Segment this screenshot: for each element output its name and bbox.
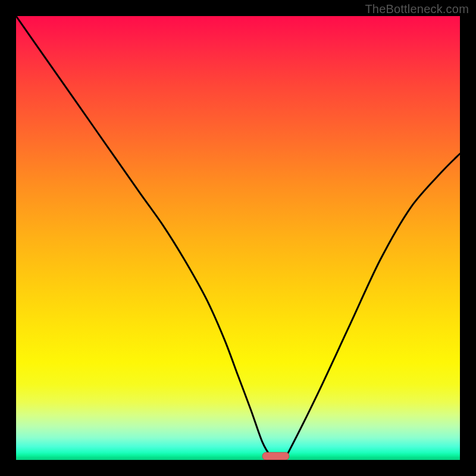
chart-frame: TheBottleneck.com — [0, 0, 476, 476]
chart-svg — [16, 16, 460, 460]
optimal-pill — [262, 452, 289, 460]
plot-area — [16, 16, 460, 460]
watermark-text: TheBottleneck.com — [365, 2, 469, 16]
bottleneck-curve — [16, 16, 460, 458]
